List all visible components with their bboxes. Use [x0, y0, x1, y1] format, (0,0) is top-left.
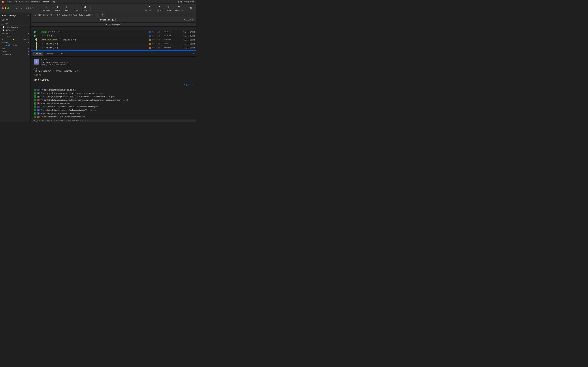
file-added-icon: +	[34, 89, 36, 91]
sidebar-project-header: ProjectSettingExt ⊙	[0, 13, 30, 18]
author-date: January 4, 2024 at 10:36:54 PM GMT+9	[41, 64, 193, 66]
project-name: ProjectSettingExt	[1, 14, 18, 17]
file-item[interactable]: + ■ ProjectSettingExt.xcodeproj/project.…	[34, 92, 193, 95]
commit-message-c3: feature/test-set-project [ADD] 테스트 주석 추가…	[41, 39, 149, 41]
stashes-chevron: ▸	[28, 51, 29, 52]
detail-panel: Commit Changes File Tree ⤢ ◈ AUTHOR	[31, 51, 196, 119]
file-type-icon: ■	[37, 116, 40, 118]
push-button[interactable]: ↑ Push	[71, 5, 80, 12]
file-name: ProjectSettingExt/Assets.xcassets/Conten…	[41, 112, 80, 115]
commit-row[interactable]: [ADD] 테스트 주석 추가2 ● lyoodong 5484172 Toda…	[31, 42, 196, 46]
commit-message-c4: [ADD] 테스트 주석 추가2	[41, 42, 149, 45]
toolbar-right: ⎇ Branch ↗ Open in ✏ Work ☺ Feedback 🔍	[144, 5, 194, 12]
open-in-button[interactable]: ↗ Open in	[155, 5, 164, 12]
app-menu-fork[interactable]: Fork	[8, 1, 11, 3]
commit-row-initial[interactable]: ● Initial Commit lyoodong cd7e849 Today …	[31, 50, 196, 51]
file-item[interactable]: + ■ ProjectSettingExt/Assets.xcassets/Co…	[34, 112, 193, 115]
menu-file[interactable]: File	[14, 1, 17, 3]
origin-label: origin	[12, 44, 17, 46]
file-item[interactable]: + ■ ProjectSettingExt.xcodeproj/project.…	[34, 88, 193, 92]
commit-row[interactable]: [ADD] 주석 추가4 ● lyoodong cc1b7fb Today 11…	[31, 34, 196, 38]
stash-icon: ⧉	[84, 5, 86, 9]
push-label: Push	[74, 9, 78, 11]
menu-repository[interactable]: Repository	[31, 1, 40, 3]
sidebar-branch-main[interactable]: ✓ main	[0, 35, 30, 38]
traffic-light-close[interactable]	[2, 7, 4, 9]
tab-commit[interactable]: Commit	[33, 52, 43, 56]
toolbar: ‹ › 다운로드 ⊞ Quick Launch ↓ Fetch ⤓ Pull ↑…	[0, 4, 196, 13]
pull-button[interactable]: ⤓ Pull	[62, 5, 71, 12]
file-item[interactable]: + ■ ProjectSettingExt/Assets.xcassets/Ap…	[34, 108, 193, 112]
new-tab-button[interactable]: +	[191, 18, 194, 21]
repo-branch-selector[interactable]: ⎇ main ▾	[183, 19, 191, 21]
branch-button[interactable]: ⎇ Branch	[144, 5, 152, 12]
work-button[interactable]: ✏ Work	[164, 5, 173, 12]
commit-text-c1: [ADD] 주석 추가5	[48, 31, 63, 33]
add-tab-button[interactable]: +	[95, 13, 99, 17]
all-commits-icon: 📋	[2, 29, 5, 31]
remotes-label: Remotes	[1, 42, 8, 43]
work-label: Work	[167, 9, 171, 11]
tab-file-tree[interactable]: File Tree	[55, 52, 67, 56]
open-in-icon: ↗	[158, 5, 161, 9]
fetch-button[interactable]: ↓ Fetch	[53, 5, 62, 12]
build-status: ProjectSettingExt: Ready | Today at 11:5…	[56, 14, 94, 16]
commit-row[interactable]: main [ADD] 주석 추가5 ● lyoodong ef30c31 Tod…	[31, 30, 196, 34]
download-label: 다운로드	[26, 7, 34, 10]
sidebar-item-local-changes[interactable]: 📄 Local Changes	[0, 26, 30, 29]
menu-edit[interactable]: Edit	[19, 1, 23, 3]
layout-toggle-button[interactable]: ⊡	[101, 13, 104, 17]
file-item[interactable]: + ■ ProjectSettingExt/Assets.xcassets/Ac…	[34, 105, 193, 108]
svg-point-10	[36, 43, 37, 45]
sidebar-section-stashes[interactable]: Stashes ▸	[0, 50, 30, 53]
filter-input[interactable]	[3, 23, 29, 25]
nav-back-button[interactable]: ‹	[14, 6, 19, 10]
search-button[interactable]: 🔍	[188, 6, 194, 10]
commit-row[interactable]: [ADD] 테스트 주석 추가 ● lyoodong ea46b0a Today…	[31, 46, 196, 50]
project-settings-button[interactable]: ⊙	[27, 14, 29, 17]
expand-all-button[interactable]: Expand All	[184, 84, 193, 86]
commit-hash-c3: 96dcea0	[164, 39, 175, 41]
sha-label: SHA	[34, 68, 193, 70]
apple-menu[interactable]: 🍎	[2, 1, 4, 3]
commit-title: Initial Commit	[34, 78, 193, 81]
file-type-icon: ■	[37, 99, 40, 101]
menu-view[interactable]: View	[25, 1, 29, 3]
sidebar-section-remotes[interactable]: Remotes ▾	[0, 41, 30, 44]
file-added-icon: +	[34, 106, 36, 108]
feedback-button[interactable]: ☺ Feedback	[174, 5, 184, 12]
sidebar-item-all-commits[interactable]: 📋 All Commits	[0, 29, 30, 32]
file-item[interactable]: + ■ ProjectSettingExt.xcodeproj/xcuserda…	[34, 98, 193, 102]
external-link-button[interactable]: ⤢	[192, 53, 194, 55]
sidebar-section-feature[interactable]: ▸ 📁 feature	[0, 38, 30, 41]
file-item[interactable]: + ■ ProjectSettingExt/Base.lproj/LaunchS…	[34, 115, 193, 118]
sidebar-remote-origin[interactable]: ▸ 🌐 origin	[0, 44, 30, 47]
traffic-light-minimize[interactable]	[5, 7, 6, 9]
branch-label: Branch	[146, 9, 151, 11]
menu-help[interactable]: Help	[52, 1, 55, 3]
tab-changes[interactable]: Changes	[43, 52, 55, 56]
sidebar-section-submodules[interactable]: Submodules ▸	[0, 53, 30, 56]
pull-label: Pull	[65, 9, 68, 11]
pull-icon: ⤓	[65, 5, 68, 9]
commit-row[interactable]: feature/test-set-project [ADD] 테스트 주석 추가…	[31, 38, 196, 42]
sidebar-section-branches[interactable]: Branches ▾	[0, 32, 30, 35]
sidebar-search-button[interactable]: 🔍	[6, 18, 9, 21]
nav-forward-button[interactable]: ›	[19, 6, 24, 10]
commit-date-c2: Today 11:41 PM	[175, 35, 195, 37]
traffic-light-fullscreen[interactable]	[7, 7, 9, 9]
commit-graph-c1	[32, 30, 41, 34]
file-item[interactable]: + ■ ProjectSettingExt/AppDelegate.swift	[34, 102, 193, 105]
menu-window[interactable]: Window	[43, 1, 49, 3]
file-name: ProjectSettingExt.xcodeproj/xcuserdata/d…	[41, 99, 128, 101]
copy-sha-button[interactable]: ⟳	[79, 70, 81, 73]
status-date: 2023년 12월 17일 오후 1:4...	[66, 119, 87, 122]
quick-launch-button[interactable]: ⊞ Quick Launch	[39, 5, 52, 12]
device-selector[interactable]: Any iOS Device (arm64) ▾	[33, 14, 55, 16]
remote-icon: ▸	[6, 44, 7, 46]
sidebar-branch-icon[interactable]: ⎇	[1, 18, 5, 21]
file-type-icon: ■	[37, 106, 40, 108]
file-item[interactable]: + ■ ProjectSettingExt.xcodeproj/project.…	[34, 95, 193, 98]
sidebar-section-tags[interactable]: Tags ▸	[0, 47, 30, 50]
stash-button[interactable]: ⧉ Stash	[81, 5, 89, 12]
